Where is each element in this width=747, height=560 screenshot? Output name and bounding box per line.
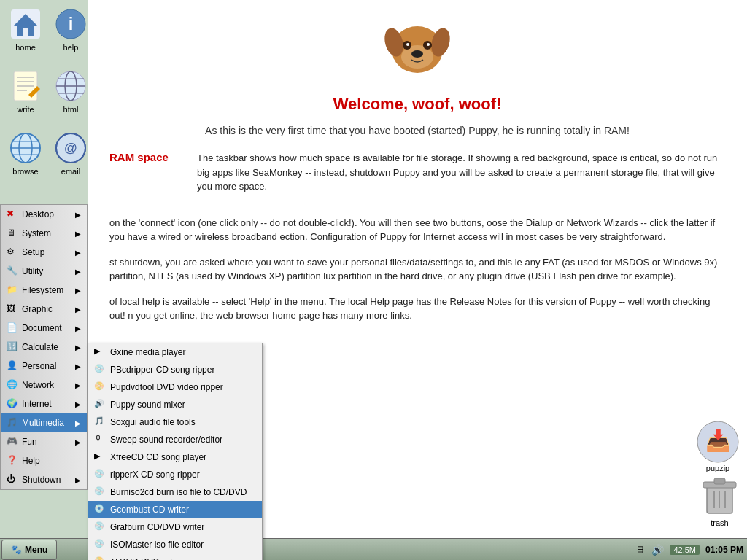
left-menu: ✖ Desktop ▶ 🖥 System ▶ ⚙ Setup ▶ 🔧 Utili… [0, 204, 88, 490]
start-menu-button[interactable]: 🐾 Menu [1, 540, 57, 560]
shutdown-text: st shutdown, you are asked where you wan… [109, 255, 725, 284]
svg-text:📥: 📥 [705, 429, 731, 453]
menu-item-setup[interactable]: ⚙ Setup ▶ [1, 243, 87, 262]
network-text: on the 'connect' icon (one click only --… [109, 216, 725, 244]
menu-desktop-label: Desktop [22, 209, 54, 219]
menu-utility-label: Utility [22, 266, 43, 276]
svg-point-70 [427, 43, 430, 46]
soxgui-icon: 🎵 [94, 416, 106, 428]
menu-multimedia-label: Multimedia [22, 418, 64, 428]
menu-internet-label: Internet [22, 399, 52, 409]
submenu-sweep[interactable]: 🎙 Sweep sound recorder/editor [88, 431, 262, 448]
menu-item-calculate[interactable]: 🔢 Calculate ▶ [1, 338, 87, 357]
menu-setup-label: Setup [22, 247, 44, 257]
ram-label: RAM space [109, 151, 182, 205]
start-icon: 🐾 [11, 545, 22, 555]
email-desktop-icon[interactable]: @ email [49, 128, 93, 179]
isomaster-icon: 💿 [94, 539, 106, 551]
menu-item-fun[interactable]: 🎮 Fun ▶ [1, 432, 87, 451]
menu-help-label: Help [22, 456, 40, 466]
soxgui-label: Soxgui audio file tools [110, 417, 196, 427]
menu-item-system[interactable]: 🖥 System ▶ [1, 224, 87, 243]
memory-indicator: 42.5M [670, 545, 700, 555]
menu-item-filesystem[interactable]: 📁 Filesystem ▶ [1, 281, 87, 300]
html-desktop-icon[interactable]: html [49, 66, 93, 117]
menu-item-document[interactable]: 📄 Document ▶ [1, 319, 87, 338]
burniso-icon: 💿 [94, 486, 106, 498]
menu-network-label: Network [22, 380, 54, 390]
submenu-gcombust[interactable]: 💿 Gcombust CD writer [88, 501, 262, 518]
menu-item-help[interactable]: ❓ Help [1, 451, 87, 470]
submenu-pupdvd[interactable]: 📀 Pupdvdtool DVD video ripper [88, 378, 262, 396]
welcome-subtitle: As this is the very first time that you … [109, 125, 725, 136]
pupdvd-label: Pupdvdtool DVD video ripper [110, 382, 223, 392]
ripperx-label: ripperX CD song ripper [110, 470, 200, 480]
menu-item-network[interactable]: 🌐 Network ▶ [1, 376, 87, 394]
home-icon-label: home [15, 43, 36, 52]
grafburn-icon: 💿 [94, 521, 106, 533]
submenu-gxine[interactable]: ▶ Gxine media player [88, 343, 262, 361]
gcombust-icon: 💿 [94, 504, 106, 516]
write-desktop-icon[interactable]: write [4, 66, 47, 117]
sweep-label: Sweep sound recorder/editor [110, 435, 222, 445]
start-label: Menu [25, 545, 47, 555]
browse-desktop-icon[interactable]: browse [4, 128, 47, 179]
xfreecd-label: XfreeCD CD song player [110, 452, 206, 462]
help-text: of local help is available -- select 'He… [109, 295, 725, 323]
menu-fun-label: Fun [22, 437, 37, 447]
menu-item-shutdown[interactable]: ⏻ Shutdown ▶ [1, 470, 87, 489]
submenu-burniso[interactable]: 💿 Burniso2cd burn iso file to CD/DVD [88, 483, 262, 501]
pupdvd-icon: 📀 [94, 381, 106, 393]
menu-item-desktop[interactable]: ✖ Desktop ▶ [1, 205, 87, 224]
email-icon-label: email [61, 167, 80, 176]
trash-icon[interactable]: trash [700, 475, 740, 527]
gcombust-label: Gcombust CD writer [110, 505, 189, 515]
svg-text:i: i [69, 14, 74, 34]
help-desktop-icon[interactable]: i help [49, 4, 93, 55]
submenu-isomaster[interactable]: 💿 ISOMaster iso file editor [88, 536, 262, 553]
puppy-image [109, 15, 725, 88]
menu-item-personal[interactable]: 👤 Personal ▶ [1, 357, 87, 376]
menu-filesystem-label: Filesystem [22, 285, 63, 295]
tkdvd-icon: 📀 [94, 556, 106, 560]
taskbar-right: 🖥 🔊 42.5M 01:05 PM [635, 544, 747, 556]
menu-item-internet[interactable]: 🌍 Internet ▶ [1, 394, 87, 413]
menu-graphic-label: Graphic [22, 304, 53, 314]
submenu-grafburn[interactable]: 💿 Grafburn CD/DVD writer [88, 518, 262, 536]
menu-item-graphic[interactable]: 🖼 Graphic ▶ [1, 300, 87, 319]
submenu-soxgui[interactable]: 🎵 Soxgui audio file tools [88, 413, 262, 431]
menu-item-utility[interactable]: 🔧 Utility ▶ [1, 262, 87, 281]
pupzip-icon[interactable]: 📥 pupzip [696, 420, 740, 472]
menu-item-multimedia[interactable]: 🎵 Multimedia ▶ [1, 413, 87, 432]
html-icon-label: html [63, 105, 79, 114]
menu-calculate-label: Calculate [22, 342, 58, 352]
pbcd-label: PBcdripper CD song ripper [110, 365, 214, 375]
welcome-title: Welcome, woof, woof! [109, 95, 725, 114]
pbcd-icon: 💿 [94, 364, 106, 376]
clock: 01:05 PM [705, 545, 743, 555]
sweep-icon: 🎙 [94, 434, 106, 446]
svg-point-71 [411, 50, 423, 58]
menu-system-label: System [22, 228, 51, 238]
browse-icon-label: browse [12, 167, 38, 176]
help-icon-label: help [63, 43, 79, 52]
grafburn-label: Grafburn CD/DVD writer [110, 522, 204, 532]
submenu-pbcdripper[interactable]: 💿 PBcdripper CD song ripper [88, 361, 262, 378]
menu-shutdown-label: Shutdown [22, 475, 61, 485]
tkdvd-label: TkDVD DVD writer [110, 557, 183, 560]
puppysound-label: Puppy sound mixer [110, 400, 185, 410]
submenu-tkdvd[interactable]: 📀 TkDVD DVD writer [88, 553, 262, 560]
write-icon-label: write [17, 105, 34, 114]
multimedia-submenu: ▶ Gxine media player 💿 PBcdripper CD son… [88, 343, 263, 560]
submenu-ripperx[interactable]: 💿 ripperX CD song ripper [88, 466, 262, 483]
isomaster-label: ISOMaster iso file editor [110, 540, 204, 550]
submenu-puppysound[interactable]: 🔊 Puppy sound mixer [88, 396, 262, 413]
xfreecd-icon: ▶ [94, 451, 106, 463]
burniso-label: Burniso2cd burn iso file to CD/DVD [110, 487, 247, 497]
gxine-label: Gxine media player [110, 347, 185, 357]
submenu-xfreecd[interactable]: ▶ XfreeCD CD song player [88, 448, 262, 466]
ripperx-icon: 💿 [94, 469, 106, 481]
ram-text: The taskbar shows how much space is avai… [197, 151, 725, 194]
puppysound-icon: 🔊 [94, 399, 106, 411]
home-desktop-icon[interactable]: home [4, 4, 47, 55]
